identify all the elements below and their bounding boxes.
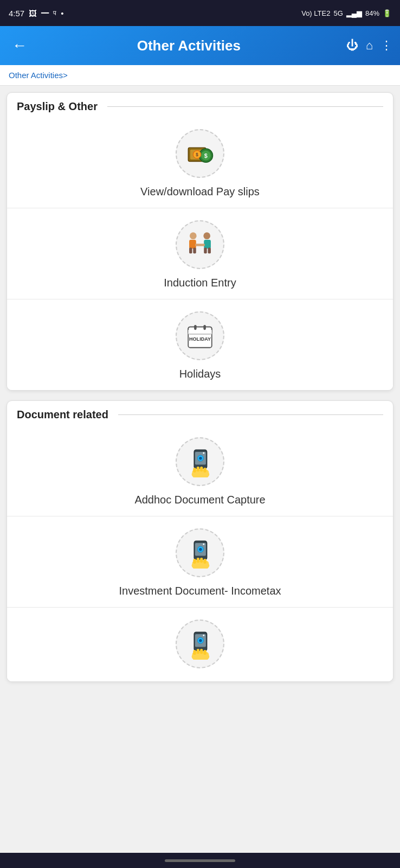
- menu-item-investment-doc[interactable]: Investment Document- Incometax: [7, 516, 393, 608]
- other-doc-icon-wrap: [176, 620, 224, 668]
- signal-label: 5G: [333, 9, 343, 17]
- svg-rect-9: [189, 247, 192, 253]
- status-left: 4:57 🖼 ━━ प •: [9, 9, 63, 18]
- svg-rect-33: [203, 468, 206, 473]
- power-button[interactable]: ⏻: [346, 39, 358, 53]
- svg-point-48: [199, 639, 202, 642]
- section-document-related: Document related: [7, 400, 393, 682]
- investment-doc-label: Investment Document- Incometax: [119, 585, 281, 597]
- page-title: Other Activities: [38, 37, 340, 54]
- time-display: 4:57: [9, 9, 24, 18]
- svg-point-11: [203, 232, 210, 239]
- svg-rect-31: [197, 467, 199, 471]
- section-header-document: Document related: [7, 401, 393, 425]
- svg-rect-42: [197, 558, 199, 563]
- menu-item-addhoc-doc[interactable]: Addhoc Document Capture: [7, 425, 393, 516]
- svg-rect-18: [188, 330, 212, 334]
- svg-rect-44: [203, 559, 206, 564]
- payslip-label: View/download Pay slips: [140, 186, 260, 198]
- main-content: Payslip & Other $ $ View/download Pay sl…: [0, 86, 400, 698]
- status-right: Vo) LTE2 5G ▂▄▆ 84% 🔋: [301, 9, 391, 17]
- breadcrumb[interactable]: Other Activities>: [0, 65, 400, 86]
- dot-icon: •: [61, 9, 63, 18]
- svg-rect-55: [203, 650, 206, 655]
- svg-rect-12: [204, 240, 211, 248]
- home-button[interactable]: ⌂: [366, 39, 373, 53]
- svg-rect-15: [195, 244, 205, 246]
- induction-icon-wrap: [176, 220, 224, 269]
- bottom-pill: [165, 859, 235, 862]
- other-doc-icon: [184, 628, 216, 660]
- menu-item-induction[interactable]: Induction Entry: [7, 208, 393, 299]
- holiday-label: Holidays: [179, 368, 221, 380]
- svg-rect-14: [208, 247, 211, 253]
- network-label: Vo) LTE2: [301, 9, 330, 17]
- payslip-icon-wrap: $ $: [176, 129, 224, 178]
- induction-icon: [184, 229, 216, 260]
- svg-point-7: [190, 232, 197, 239]
- svg-rect-8: [189, 240, 196, 248]
- investment-doc-icon: [184, 537, 216, 569]
- svg-point-37: [199, 548, 202, 551]
- section-title-payslip: Payslip & Other: [17, 100, 98, 113]
- language-icon: प: [53, 9, 56, 17]
- notification-icon: ━━: [41, 9, 49, 17]
- investment-doc-icon-wrap: [176, 528, 224, 577]
- addhoc-doc-label: Addhoc Document Capture: [134, 494, 265, 506]
- more-options-button[interactable]: ⋮: [380, 39, 392, 53]
- holiday-icon-wrap: HOLIDAY: [176, 311, 224, 360]
- breadcrumb-text: Other Activities>: [9, 71, 68, 80]
- svg-text:$: $: [196, 152, 198, 157]
- section-payslip-other: Payslip & Other $ $ View/download Pay sl…: [7, 92, 393, 391]
- nav-icons: ⏻ ⌂ ⋮: [346, 39, 392, 53]
- svg-rect-30: [193, 468, 196, 473]
- section-title-document: Document related: [17, 409, 108, 421]
- svg-rect-52: [193, 650, 196, 655]
- svg-text:$: $: [204, 152, 208, 159]
- battery-label: 84%: [365, 9, 379, 17]
- bottom-navigation-bar: [0, 853, 400, 868]
- svg-rect-54: [200, 649, 203, 654]
- svg-rect-27: [203, 452, 204, 454]
- svg-rect-41: [193, 559, 196, 564]
- svg-text:HOLIDAY: HOLIDAY: [189, 336, 211, 342]
- svg-rect-43: [200, 558, 203, 563]
- section-header-payslip: Payslip & Other: [7, 93, 393, 117]
- svg-rect-49: [203, 635, 204, 636]
- nav-bar: ← Other Activities ⏻ ⌂ ⋮: [0, 26, 400, 65]
- svg-rect-19: [194, 325, 197, 330]
- svg-rect-13: [204, 247, 207, 253]
- addhoc-doc-icon: [184, 446, 216, 477]
- back-button[interactable]: ←: [8, 35, 31, 56]
- svg-rect-38: [203, 544, 204, 545]
- svg-rect-32: [200, 467, 203, 471]
- svg-point-26: [199, 457, 202, 459]
- induction-label: Induction Entry: [164, 277, 236, 289]
- battery-icon: 🔋: [383, 9, 391, 17]
- svg-rect-10: [193, 247, 196, 253]
- signal-bars-icon: ▂▄▆: [346, 9, 362, 17]
- photo-icon: 🖼: [29, 9, 37, 18]
- svg-rect-20: [203, 325, 206, 330]
- addhoc-doc-icon-wrap: [176, 437, 224, 486]
- menu-item-view-payslips[interactable]: $ $ View/download Pay slips: [7, 117, 393, 208]
- menu-item-holidays[interactable]: HOLIDAY Holidays: [7, 299, 393, 390]
- payslip-icon: $ $: [184, 138, 216, 169]
- holiday-icon: HOLIDAY: [184, 320, 216, 352]
- menu-item-other-doc[interactable]: [7, 608, 393, 681]
- svg-rect-53: [197, 649, 199, 654]
- svg-rect-22: [188, 334, 212, 334]
- status-bar: 4:57 🖼 ━━ प • Vo) LTE2 5G ▂▄▆ 84% 🔋: [0, 0, 400, 26]
